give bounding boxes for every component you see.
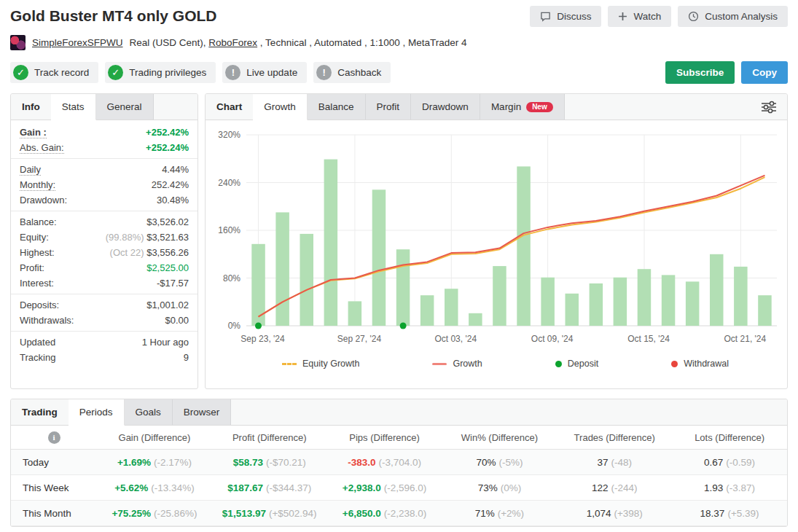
chart-tab-profit[interactable]: Profit xyxy=(366,94,412,120)
stats-tab-general[interactable]: General xyxy=(96,94,154,120)
cell-difference: (-13.34%) xyxy=(151,482,194,493)
cell-value: 70% xyxy=(476,457,496,468)
tab-label: Browser xyxy=(184,407,220,418)
stat-value-main: $3,521.63 xyxy=(146,232,189,243)
watch-button[interactable]: Watch xyxy=(608,6,671,27)
column-header: Profit (Difference) xyxy=(212,432,327,443)
growth-chart[interactable]: 0%80%160%240%320%Sep 23, '24Sep 27, '24O… xyxy=(206,120,787,349)
table-cell: +75.25%(-25.86%) xyxy=(97,508,212,519)
author-link[interactable]: SimpleForexSFPWU xyxy=(32,37,123,48)
table-cell: 37(-48) xyxy=(557,457,672,468)
avatar[interactable] xyxy=(10,35,26,50)
tab-label: Balance xyxy=(318,101,354,112)
table-cell: 70%(-5%) xyxy=(442,457,557,468)
table-row[interactable]: This Month+75.25%(-25.86%)$1,513.97(+$50… xyxy=(11,501,787,526)
discuss-icon xyxy=(540,11,551,22)
custom-analysis-button[interactable]: Custom Analysis xyxy=(678,6,788,27)
status-badges: ✓Track record✓Trading privileges!Live up… xyxy=(10,62,391,83)
svg-text:160%: 160% xyxy=(218,225,240,235)
chart-tab-margin[interactable]: MarginNew xyxy=(480,94,565,120)
periods-tab-goals[interactable]: Goals xyxy=(125,399,173,425)
stat-row: Tracking9 xyxy=(11,350,197,365)
stat-label: Tracking xyxy=(20,352,55,363)
stat-row: Profit:$2,525.00 xyxy=(11,260,197,275)
chart-tab-drawdown[interactable]: Drawdown xyxy=(411,94,480,120)
table-cell: $58.73(-$70.21) xyxy=(212,457,327,468)
column-header: Lots (Difference) xyxy=(672,432,787,443)
table-header: iGain (Difference)Profit (Difference)Pip… xyxy=(11,426,787,450)
cell-value: $1,513.97 xyxy=(222,508,266,519)
subscribe-button[interactable]: Subscribe xyxy=(665,61,735,84)
broker-link[interactable]: RoboForex xyxy=(208,37,257,48)
chart-settings-icon[interactable] xyxy=(761,94,787,120)
copy-button[interactable]: Copy xyxy=(741,61,788,84)
cell-difference: (-2,238.0) xyxy=(384,508,427,519)
stat-value: +252.24% xyxy=(146,142,189,153)
clock-icon xyxy=(688,11,699,22)
header: Gold Buster MT4 only GOLD Discuss Watch … xyxy=(0,0,798,50)
legend-item[interactable]: Equity Growth xyxy=(282,359,360,369)
period-label: This Week xyxy=(11,482,97,493)
table-cell: +1.69%(-2.17%) xyxy=(97,457,212,468)
stats-tab-stats[interactable]: Stats xyxy=(51,94,96,120)
badge-row: ✓Track record✓Trading privileges!Live up… xyxy=(0,61,798,84)
stat-label: Interest: xyxy=(20,278,54,289)
cell-difference: (-2.17%) xyxy=(154,457,192,468)
stats-tab-info[interactable]: Info xyxy=(11,94,51,120)
chart-tab-balance[interactable]: Balance xyxy=(308,94,366,120)
stat-row: Updated1 Hour ago xyxy=(11,335,197,350)
stat-row: Withdrawals:$0.00 xyxy=(11,313,197,328)
table-cell: 122(-244) xyxy=(557,482,672,493)
table-cell: 1.93(-3.87) xyxy=(672,482,787,493)
periods-tab-trading[interactable]: Trading xyxy=(11,399,69,425)
stat-label: Abs. Gain: xyxy=(20,142,64,154)
legend-label: Growth xyxy=(453,359,482,369)
legend-item[interactable]: Deposit xyxy=(555,359,598,369)
periods-tab-periods[interactable]: Periods xyxy=(69,399,125,426)
table-cell: +5.62%(-13.34%) xyxy=(97,482,212,493)
stat-row: Deposits:$1,001.02 xyxy=(11,297,197,313)
table-row[interactable]: This Week+5.62%(-13.34%)$187.67(-$344.37… xyxy=(11,475,787,501)
stat-row: Daily4.44% xyxy=(11,162,197,177)
stat-value: (Oct 22) $3,556.26 xyxy=(110,247,189,258)
tab-label: Profit xyxy=(377,101,400,112)
account-details: Real (USD Cent), RoboForex , Technical ,… xyxy=(130,37,467,48)
chart-canvas[interactable]: 0%80%160%240%320%Sep 23, '24Sep 27, '24O… xyxy=(207,125,784,346)
legend-label: Deposit xyxy=(568,359,598,369)
periods-tab-browser[interactable]: Browser xyxy=(173,399,232,425)
tab-label: Margin xyxy=(491,101,521,112)
stat-value: (99.88%) $3,521.63 xyxy=(106,232,189,243)
verification-badge[interactable]: !Live update xyxy=(222,62,307,83)
tab-label: Chart xyxy=(216,101,242,112)
table-row[interactable]: Today+1.69%(-2.17%)$58.73(-$70.21)-383.0… xyxy=(11,450,787,475)
growth-line-icon xyxy=(432,363,447,365)
table-cell: 0.67(-0.59) xyxy=(672,457,787,468)
stat-row: Interest:-$17.57 xyxy=(11,275,197,291)
verification-badge[interactable]: ✓Track record xyxy=(10,62,98,83)
legend-item[interactable]: Withdrawal xyxy=(671,359,729,369)
stat-value: 9 xyxy=(184,352,189,363)
divider xyxy=(11,158,197,159)
info-icon[interactable]: i xyxy=(48,431,60,444)
verification-badge[interactable]: ✓Trading privileges xyxy=(105,62,216,83)
chart-tabstrip: ChartGrowthBalanceProfitDrawdownMarginNe… xyxy=(206,94,787,120)
stat-label: Gain : xyxy=(20,127,47,138)
cell-value: $187.67 xyxy=(227,482,263,493)
chart-tab-growth[interactable]: Growth xyxy=(253,94,308,120)
periods-tabstrip: TradingPeriodsGoalsBrowser xyxy=(11,399,787,426)
stat-value: $0.00 xyxy=(165,315,189,326)
verification-badge[interactable]: !Cashback xyxy=(313,62,391,83)
header-actions: Discuss Watch Custom Analysis xyxy=(530,6,788,27)
cell-value: $58.73 xyxy=(233,457,263,468)
discuss-button[interactable]: Discuss xyxy=(530,6,601,27)
stat-value: 252.42% xyxy=(152,179,189,190)
cell-value: -383.0 xyxy=(348,457,375,468)
legend-item[interactable]: Growth xyxy=(432,359,482,369)
stat-label: Updated xyxy=(20,337,55,348)
stat-value-prefix: (99.88%) xyxy=(106,232,146,243)
cell-difference: (+$502.94) xyxy=(269,508,317,519)
chart-panel: ChartGrowthBalanceProfitDrawdownMarginNe… xyxy=(205,93,788,389)
svg-text:0%: 0% xyxy=(228,321,241,331)
stat-value: 4.44% xyxy=(162,164,189,175)
chart-tab-chart[interactable]: Chart xyxy=(206,94,253,120)
